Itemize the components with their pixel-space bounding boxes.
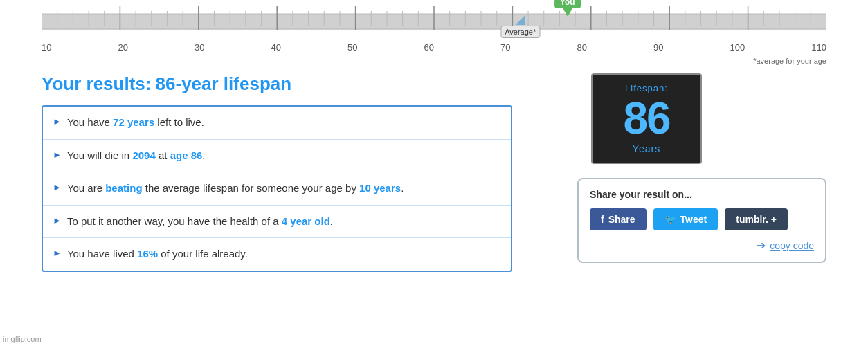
right-panel: Lifespan: 86 Years Share your result on.… (577, 73, 826, 272)
result-text-2: You will die in 2094 at age 86. (67, 148, 206, 164)
average-arrow-icon (516, 15, 525, 25)
twitter-icon: 🐦 (664, 214, 676, 225)
facebook-icon: f (601, 214, 604, 225)
ruler-area: 10 20 30 40 50 60 70 80 90 100 110 You (0, 0, 868, 65)
ruler-labels: 10 20 30 40 50 60 70 80 90 100 110 (42, 42, 826, 53)
twitter-share-button[interactable]: 🐦 Tweet (653, 208, 718, 230)
tumblr-share-button[interactable]: tumblr. + (725, 208, 788, 230)
bullet-icon-3: ► (53, 182, 62, 192)
copy-arrow-icon: ➔ (757, 239, 766, 252)
twitter-label: Tweet (680, 214, 707, 225)
result-text-5: You have lived 16% of your life already. (67, 246, 248, 262)
ruler-label-70: 70 (500, 42, 510, 53)
highlight-age: age 86 (170, 149, 203, 161)
bullet-icon-5: ► (53, 248, 62, 258)
lifespan-number: 86 (604, 96, 689, 140)
you-bubble: You (554, 0, 581, 8)
result-text-4: To put it another way, you have the heal… (67, 214, 333, 230)
results-heading-prefix: Your results: (42, 73, 151, 94)
ruler-label-10: 10 (42, 42, 51, 53)
ruler-display: 10 20 30 40 50 60 70 80 90 100 110 (42, 0, 826, 55)
bullet-icon-1: ► (53, 116, 62, 127)
ruler-label-90: 90 (653, 42, 663, 53)
highlight-years-over: 10 years (359, 182, 401, 194)
bullet-icon-2: ► (53, 149, 62, 160)
result-text-3: You are beating the average lifespan for… (67, 181, 404, 197)
result-text-1: You have 72 years left to live. (67, 115, 204, 131)
results-heading-highlight: 86-year lifespan (156, 73, 292, 94)
results-heading: Your results: 86-year lifespan (42, 73, 550, 95)
facebook-label: Share (608, 214, 635, 225)
average-note: *average for your age (42, 57, 826, 65)
ruler-label-100: 100 (730, 42, 745, 53)
lifespan-top-label: Lifespan: (604, 83, 689, 93)
tumblr-label: tumblr. + (736, 214, 777, 225)
copy-code-link[interactable]: copy code (770, 240, 814, 251)
share-title: Share your result on... (590, 189, 814, 200)
you-arrow-icon (563, 8, 572, 17)
main-content: Your results: 86-year lifespan ► You hav… (0, 66, 868, 279)
highlight-years-left: 72 years (113, 116, 154, 128)
highlight-health-age: 4 year old (282, 215, 330, 227)
ruler-label-110: 110 (811, 42, 826, 53)
ruler-label-30: 30 (195, 42, 204, 53)
average-marker: Average* (500, 15, 540, 38)
lifespan-display: Lifespan: 86 Years (591, 73, 702, 164)
ruler-svg-main (42, 0, 826, 43)
svg-marker-54 (563, 8, 572, 17)
highlight-percent: 16% (137, 248, 158, 260)
result-row-3: ► You are beating the average lifespan f… (43, 172, 511, 206)
bullet-icon-4: ► (53, 215, 62, 226)
watermark: imgflip.com (3, 335, 42, 343)
ruler-label-20: 20 (118, 42, 128, 53)
left-panel: Your results: 86-year lifespan ► You hav… (42, 73, 550, 272)
highlight-beating: beating (105, 182, 142, 194)
results-table: ► You have 72 years left to live. ► You … (42, 105, 512, 272)
average-bubble: Average* (500, 26, 540, 38)
highlight-year: 2094 (132, 149, 155, 161)
facebook-share-button[interactable]: f Share (590, 208, 647, 230)
result-row-5: ► You have lived 16% of your life alread… (43, 238, 511, 271)
result-row-1: ► You have 72 years left to live. (43, 107, 511, 140)
you-marker: You (554, 0, 581, 17)
copy-code-row: ➔ copy code (590, 239, 814, 252)
result-row-2: ► You will die in 2094 at age 86. (43, 140, 511, 173)
ruler-label-60: 60 (424, 42, 434, 53)
svg-marker-55 (516, 15, 525, 25)
result-row-4: ► To put it another way, you have the he… (43, 206, 511, 239)
ruler-label-50: 50 (347, 42, 357, 53)
ruler-inner: 10 20 30 40 50 60 70 80 90 100 110 You (42, 0, 826, 55)
share-box: Share your result on... f Share 🐦 Tweet … (577, 178, 826, 263)
lifespan-display-wrapper: Lifespan: 86 Years (577, 73, 826, 164)
ruler-label-80: 80 (577, 42, 587, 53)
lifespan-bottom-label: Years (604, 143, 689, 154)
ruler-label-40: 40 (271, 42, 281, 53)
share-buttons: f Share 🐦 Tweet tumblr. + (590, 208, 814, 230)
